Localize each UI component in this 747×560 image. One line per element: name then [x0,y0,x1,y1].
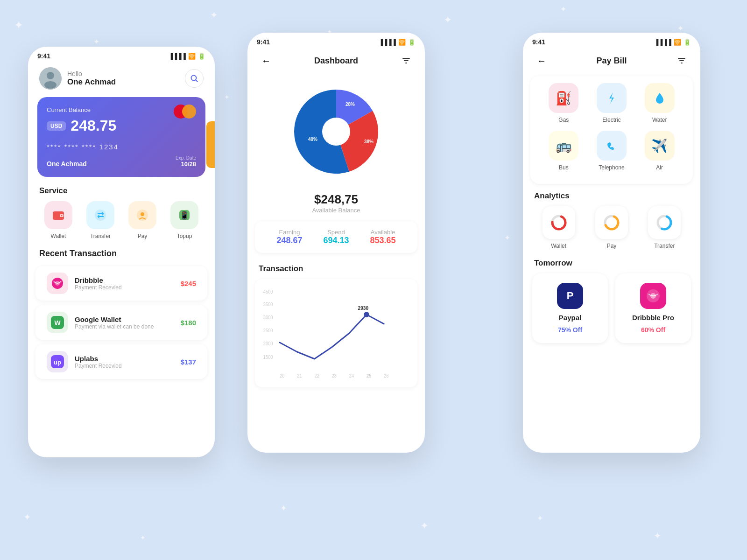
svg-text:⇄: ⇄ [97,210,104,220]
earning-value: 248.67 [276,236,302,245]
txn-uplabs[interactable]: up Uplabs Payment Recevied $137 [35,344,207,379]
svg-point-1 [47,72,54,79]
currency-badge: USD [47,121,66,131]
pay-service-icon [128,201,156,229]
service-topup[interactable]: 📱 Topup [170,201,198,239]
bill-gas[interactable]: ⛽ Gas [543,83,584,123]
svg-text:2500: 2500 [263,328,273,333]
time-3: 9:41 [532,38,545,46]
tomorrow-dribbble[interactable]: Dribbble Pro 60% Off [615,273,691,343]
search-button[interactable] [185,69,204,88]
back-button-2[interactable]: ← [259,53,274,68]
status-icons-2: ▐▐▐▐ 🛜 🔋 [379,39,416,46]
telephone-icon [597,131,627,161]
service-pay[interactable]: Pay [128,201,156,239]
available-label: Available [370,229,395,236]
pie-chart: 28% 38% 40% [285,80,388,183]
earning-label: Earning [276,229,302,236]
card-holder-name: One Achmad [47,160,87,168]
uplabs-amount: $137 [181,358,196,366]
svg-text:up: up [54,359,61,366]
txn-googlewallet[interactable]: W Google Wallet Payment via wallet can b… [35,305,207,340]
dribbble-name: Dribbble [75,276,181,284]
phone3: 9:41 ▐▐▐▐ 🛜 🔋 ← Pay Bill ⛽ Gas [523,33,700,453]
bus-icon: 🚌 [549,131,578,161]
electric-icon [597,83,627,113]
signal-icon-3: ▐▐▐▐ [654,39,671,46]
exp-label: Exp. Date [176,155,196,161]
phone2: 9:41 ▐▐▐▐ 🛜 🔋 ← Dashboard 28% 38 [247,33,425,453]
status-bar-1: 9:41 ▐▐▐▐ 🛜 🔋 [28,47,215,63]
analytics-pay-label: Pay [607,243,617,249]
card-number: **** **** **** 1234 [47,143,196,151]
analytics-pay[interactable]: Pay [595,206,628,249]
svg-text:21: 21 [297,373,302,378]
back-button-3[interactable]: ← [534,53,549,68]
phone1-header: Hello One Achmad [28,63,215,97]
hello-text: Hello [67,70,116,77]
tomorrow-paypal[interactable]: P Paypal 75% Off [532,273,608,343]
card-amount-row: USD 248.75 [47,117,196,134]
tomorrow-title: Tomorrow [523,259,700,273]
dribbble-sub: Payment Recevied [75,284,181,291]
analytics-wallet-icon [543,206,575,239]
svg-text:3500: 3500 [263,302,273,307]
bill-telephone[interactable]: Telephone [592,131,632,171]
expiry-wrap: Exp. Date 10/28 [176,155,196,168]
googlewallet-sub: Payment via wallet can be done [75,323,181,330]
phone3-header: ← Pay Bill [523,49,700,76]
svg-point-2 [44,81,56,89]
bill-water[interactable]: Water [639,83,680,123]
svg-text:📱: 📱 [180,211,189,220]
transfer-service-icon: ⇄ [86,201,114,229]
analytics-wallet-label: Wallet [551,243,566,249]
stat-spend: Spend 694.13 [323,229,349,245]
spend-label: Spend [323,229,349,236]
analytics-transfer[interactable]: Transfer [648,206,681,249]
svg-text:20: 20 [280,373,284,378]
phone1: 9:41 ▐▐▐▐ 🛜 🔋 Hello One Achmad [28,47,215,457]
time-2: 9:41 [257,38,270,46]
gas-label: Gas [558,117,569,123]
analytics-transfer-icon [648,206,681,239]
wifi-icon-3: 🛜 [674,39,681,46]
dribbble-pro-icon [640,283,666,309]
svg-text:28%: 28% [345,102,355,107]
signal-icon-2: ▐▐▐▐ [379,39,396,46]
filter-button-3[interactable] [674,53,689,68]
avatar [39,67,62,90]
stat-earning: Earning 248.67 [276,229,302,245]
bill-electric[interactable]: Electric [592,83,632,123]
water-label: Water [652,117,667,123]
svg-text:2000: 2000 [263,341,273,346]
svg-point-11 [141,212,144,216]
status-icons-3: ▐▐▐▐ 🛜 🔋 [654,39,691,46]
analytics-wallet[interactable]: Wallet [543,206,575,249]
txn-dribbble[interactable]: Dribbble Payment Recevied $245 [35,266,207,301]
dribbble-pro-name: Dribbble Pro [632,314,674,322]
wallet-service-icon [44,201,72,229]
wifi-icon: 🛜 [188,53,196,60]
battery-icon-3: 🔋 [684,39,691,46]
card-peek-yellow [206,121,215,168]
available-value: 853.65 [370,236,395,245]
dribbble-amount: $245 [181,280,196,287]
analytics-grid: Wallet Pay Transfer [523,206,700,259]
water-icon [645,83,675,113]
service-transfer[interactable]: ⇄ Transfer [86,201,114,239]
svg-text:38%: 38% [364,139,374,144]
googlewallet-amount: $180 [181,319,196,327]
svg-text:24: 24 [349,373,354,378]
service-wallet[interactable]: Wallet [44,201,72,239]
uplabs-info: Uplabs Payment Recevied [75,355,181,369]
svg-line-4 [196,80,198,82]
svg-text:23: 23 [332,373,337,378]
battery-icon-2: 🔋 [408,39,416,46]
bill-bus[interactable]: 🚌 Bus [543,131,584,171]
svg-point-41 [605,139,618,152]
svg-point-20 [322,118,350,146]
bill-air[interactable]: ✈️ Air [639,131,680,171]
wallet-label: Wallet [51,233,66,239]
stat-available: Available 853.65 [370,229,395,245]
filter-button-2[interactable] [399,53,414,68]
